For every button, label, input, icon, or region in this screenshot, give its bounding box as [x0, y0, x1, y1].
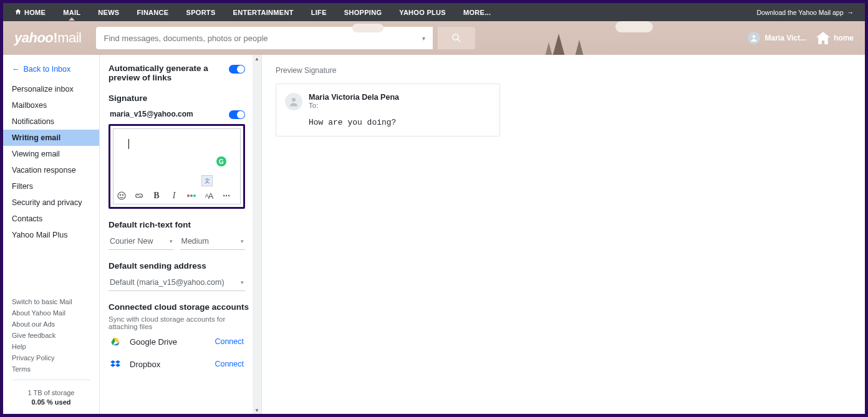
- connect-dropbox-link[interactable]: Connect: [215, 360, 244, 368]
- sidebar-item-writing-email[interactable]: Writing email: [3, 130, 99, 146]
- sidebar-item-personalize[interactable]: Personalize inbox: [3, 81, 99, 97]
- emoji-icon[interactable]: [116, 190, 127, 201]
- search-icon: [451, 32, 462, 44]
- cloud-subtext: Sync with cloud storage accounts for att…: [109, 315, 255, 330]
- top-nav-label: MAIL: [63, 9, 80, 16]
- top-nav-entertainment[interactable]: ENTERTAINMENT: [233, 9, 294, 16]
- footer-help[interactable]: Help: [12, 341, 90, 352]
- arrow-left-icon: ←: [12, 65, 20, 74]
- settings-nav: Personalize inbox Mailboxes Notification…: [3, 81, 99, 243]
- connect-gdrive-link[interactable]: Connect: [215, 337, 244, 346]
- search-button[interactable]: [438, 27, 475, 49]
- home-icon: [816, 32, 830, 44]
- grammarly-icon[interactable]: G: [216, 156, 226, 166]
- footer-terms[interactable]: Terms: [12, 363, 90, 375]
- top-nav-label: ENTERTAINMENT: [233, 9, 294, 16]
- top-nav-home[interactable]: HOME: [14, 8, 46, 17]
- sidebar-item-vacation[interactable]: Vacation response: [3, 162, 99, 178]
- top-nav-sports[interactable]: SPORTS: [186, 9, 216, 16]
- sending-address-select[interactable]: Default (maria_v15@yahoo.com) ▾: [109, 274, 245, 291]
- font-size-select[interactable]: Medium ▾: [180, 233, 246, 250]
- bold-icon[interactable]: B: [151, 190, 162, 201]
- top-nav-news[interactable]: NEWS: [98, 9, 119, 16]
- scroll-down-icon[interactable]: ▼: [253, 406, 261, 414]
- svg-marker-12: [115, 363, 120, 367]
- font-heading: Default rich-text font: [109, 220, 255, 229]
- signature-email: maria_v15@yahoo.com: [110, 110, 193, 118]
- top-nav-finance[interactable]: FINANCE: [137, 9, 169, 16]
- sidebar-item-contacts[interactable]: Contacts: [3, 211, 99, 227]
- sidebar-item-notifications[interactable]: Notifications: [3, 113, 99, 130]
- preview-to: To:: [309, 102, 399, 109]
- footer-switch-basic[interactable]: Switch to basic Mail: [12, 296, 90, 307]
- logo-yahoo: yahoo: [14, 30, 53, 46]
- top-nav-label: SHOPPING: [344, 9, 382, 16]
- preview-panel: Preview Signature Maria Victoria Dela Pe…: [262, 55, 865, 414]
- scroll-up-icon[interactable]: ▲: [253, 55, 261, 62]
- signature-textarea[interactable]: G 文 B I AA ···: [113, 128, 241, 204]
- sidebar-item-mail-plus[interactable]: Yahoo Mail Plus: [3, 227, 99, 243]
- chevron-down-icon: ▾: [241, 279, 244, 285]
- preview-heading: Preview Signature: [276, 66, 851, 75]
- sending-heading: Default sending address: [109, 261, 255, 271]
- back-to-inbox-link[interactable]: ← Back to Inbox: [3, 61, 99, 77]
- footer-privacy[interactable]: Privacy Policy: [12, 352, 90, 363]
- sidebar-footer: Switch to basic Mail About Yahoo Mail Ab…: [3, 290, 99, 414]
- search-input[interactable]: [104, 34, 422, 43]
- sidebar-item-viewing-email[interactable]: Viewing email: [3, 146, 99, 162]
- svg-point-13: [292, 98, 296, 102]
- arrow-right-icon: →: [847, 9, 854, 16]
- font-color-icon[interactable]: [186, 190, 197, 201]
- autopreview-toggle[interactable]: [229, 65, 245, 74]
- link-icon[interactable]: [133, 190, 145, 201]
- avatar-icon: [285, 93, 302, 110]
- more-icon[interactable]: ···: [221, 190, 232, 201]
- user-block: Maria Vict... home: [748, 32, 854, 44]
- font-family-select[interactable]: Courier New ▾: [109, 233, 174, 250]
- mail-header: yahoo!mail ▾ Maria Vict... home: [3, 21, 865, 55]
- svg-point-2: [752, 35, 755, 38]
- chevron-down-icon[interactable]: ▾: [422, 35, 425, 42]
- google-drive-icon: [110, 337, 121, 347]
- top-nav-label: HOME: [24, 9, 46, 16]
- footer-feedback[interactable]: Give feedback: [12, 330, 90, 341]
- top-nav-life[interactable]: LIFE: [311, 9, 327, 16]
- font-size-value: Medium: [181, 237, 209, 246]
- download-app-link[interactable]: Download the Yahoo Mail app →: [756, 9, 854, 16]
- decor-tree: [574, 40, 584, 55]
- dropbox-icon: [110, 359, 121, 369]
- top-nav-yahoo-plus[interactable]: YAHOO PLUS: [399, 9, 446, 16]
- top-nav-label: MORE...: [463, 9, 491, 16]
- account-menu[interactable]: Maria Vict...: [748, 32, 806, 44]
- sidebar-item-mailboxes[interactable]: Mailboxes: [3, 97, 99, 113]
- settings-sidebar: ← Back to Inbox Personalize inbox Mailbo…: [3, 55, 100, 414]
- svg-marker-9: [110, 360, 115, 363]
- signature-toolbar: B I AA ···: [116, 190, 232, 201]
- footer-about-ads[interactable]: About our Ads: [12, 319, 90, 330]
- home-link[interactable]: home: [816, 32, 854, 44]
- sending-address-value: Default (maria_v15@yahoo.com): [110, 278, 224, 287]
- home-label: home: [834, 34, 854, 42]
- svg-point-4: [120, 194, 120, 195]
- home-mini-icon: [14, 8, 22, 17]
- top-nav-label: LIFE: [311, 9, 327, 16]
- cloud-name: Google Drive: [130, 337, 177, 347]
- yahoo-mail-logo[interactable]: yahoo!mail: [14, 30, 81, 46]
- signature-toggle[interactable]: [229, 110, 245, 119]
- body: ← Back to Inbox Personalize inbox Mailbo…: [3, 55, 865, 414]
- scrollbar[interactable]: ▲ ▼: [253, 55, 261, 414]
- sidebar-item-security[interactable]: Security and privacy: [3, 194, 99, 211]
- font-size-icon[interactable]: AA: [203, 190, 215, 201]
- autopreview-row: Automatically generate a preview of link…: [109, 64, 255, 82]
- sidebar-item-filters[interactable]: Filters: [3, 178, 99, 194]
- italic-icon[interactable]: I: [168, 190, 180, 201]
- top-nav-mail[interactable]: MAIL: [63, 9, 80, 16]
- settings-panel: ▲ ▼ Automatically generate a preview of …: [100, 55, 262, 414]
- search-wrap: ▾: [96, 27, 475, 49]
- top-nav-more[interactable]: MORE...: [463, 9, 491, 16]
- translate-icon[interactable]: 文: [201, 175, 213, 186]
- font-selects: Courier New ▾ Medium ▾: [109, 233, 245, 250]
- user-name: Maria Vict...: [765, 34, 806, 42]
- footer-about-mail[interactable]: About Yahoo Mail: [12, 307, 90, 319]
- top-nav-shopping[interactable]: SHOPPING: [344, 9, 382, 16]
